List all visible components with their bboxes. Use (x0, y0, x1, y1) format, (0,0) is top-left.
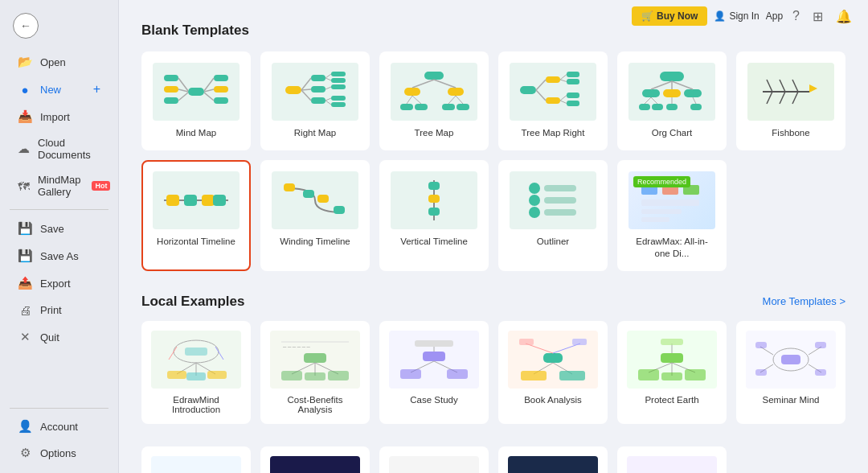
svg-rect-15 (311, 86, 326, 93)
seminar-mind-thumb (746, 331, 836, 389)
svg-rect-130 (543, 353, 563, 363)
svg-line-54 (560, 96, 567, 101)
template-edrawmax[interactable]: Recommended EdrawMax: All-in-one Di... (617, 160, 727, 271)
svg-line-29 (326, 101, 331, 105)
svg-rect-149 (781, 355, 800, 364)
sidebar-item-print[interactable]: 🖨 Print (5, 298, 113, 323)
sidebar-item-import[interactable]: 📥 Import (5, 104, 113, 130)
buy-now-button[interactable]: 🛒 Buy Now (632, 6, 707, 26)
horizontal-timeline-thumb (153, 171, 240, 229)
cost-benefits-thumb: ─ ─ ─ ─ ─ ─ (270, 331, 360, 389)
svg-line-76 (767, 92, 772, 104)
sidebar-saveas-label: Save As (40, 250, 79, 262)
example-bottom-2[interactable] (260, 446, 370, 473)
svg-rect-17 (331, 72, 346, 76)
new-icon: ● (18, 83, 32, 97)
horizontal-timeline-name: Horizontal Timeline (157, 236, 235, 248)
svg-line-78 (792, 92, 798, 104)
saveas-icon: 💾 (18, 249, 32, 263)
bell-button[interactable]: 🔔 (833, 7, 855, 26)
svg-rect-110 (186, 372, 206, 380)
svg-rect-19 (331, 84, 346, 89)
svg-line-112 (169, 347, 177, 360)
svg-rect-56 (660, 72, 684, 81)
svg-rect-60 (639, 104, 650, 110)
example-protect-earth[interactable]: Protect Earth (617, 321, 727, 424)
example-seminar-mind[interactable]: Seminar Mind (736, 321, 845, 424)
help-button[interactable]: ? (789, 7, 803, 25)
svg-rect-30 (424, 72, 444, 80)
cloud-icon: ☁ (18, 142, 30, 156)
seminar-mind-name: Seminar Mind (763, 395, 820, 405)
template-outliner[interactable]: Outliner (498, 160, 608, 271)
svg-rect-84 (284, 183, 295, 191)
template-mind-map[interactable]: Mind Map (141, 51, 251, 150)
cost-benefits-name: Cost-Benefits Analysis (270, 395, 360, 414)
template-winding-timeline[interactable]: Winding Timeline (260, 160, 370, 271)
template-org-chart[interactable]: Org Chart (617, 51, 727, 150)
example-cost-benefits[interactable]: ─ ─ ─ ─ ─ ─ Cost-Benefits Analysis (260, 321, 370, 424)
app-button[interactable]: App (766, 10, 783, 22)
template-vertical-timeline[interactable]: Vertical Timeline (379, 160, 489, 271)
svg-rect-4 (214, 75, 228, 81)
example-bottom-3[interactable] (379, 446, 489, 473)
sign-in-button[interactable]: 👤 Sign In (714, 10, 759, 22)
book-analysis-thumb (508, 331, 598, 389)
svg-rect-103 (641, 217, 669, 222)
svg-line-66 (672, 81, 693, 89)
svg-rect-13 (285, 86, 301, 94)
more-templates-link[interactable]: More Templates > (763, 295, 845, 307)
svg-rect-118 (281, 371, 302, 380)
svg-line-42 (456, 96, 463, 104)
svg-line-37 (412, 80, 434, 88)
template-tree-map[interactable]: Tree Map (379, 51, 489, 150)
template-fishbone[interactable]: Fishbone (736, 51, 845, 150)
svg-marker-71 (809, 84, 817, 93)
svg-rect-43 (520, 86, 536, 94)
example-bottom-1[interactable] (141, 446, 251, 473)
protect-earth-name: Protect Earth (645, 395, 698, 405)
svg-line-50 (536, 80, 546, 90)
svg-point-94 (529, 195, 540, 206)
svg-line-74 (780, 80, 785, 92)
help-icon: ? (792, 9, 800, 23)
svg-rect-35 (442, 104, 455, 110)
example-book-analysis[interactable]: Book Analysis (498, 321, 608, 424)
svg-rect-102 (641, 209, 682, 214)
example-bottom-4[interactable] (498, 446, 608, 473)
sidebar-item-mindmap[interactable]: 🗺 MindMap Gallery Hot (5, 168, 113, 204)
template-right-map[interactable]: Right Map (260, 51, 370, 150)
svg-rect-123 (423, 352, 445, 361)
recommended-badge: Recommended (633, 176, 690, 187)
svg-rect-144 (661, 372, 682, 380)
template-horizontal-timeline[interactable]: Horizontal Timeline (141, 160, 251, 271)
sidebar-item-options[interactable]: ⚙ Options (5, 440, 113, 466)
svg-rect-62 (666, 104, 678, 110)
sidebar-cloud-label: Cloud Documents (38, 137, 100, 161)
template-tree-map-right[interactable]: Tree Map Right (498, 51, 608, 150)
local-examples-grid: EdrawMind Introduction ─ ─ ─ ─ ─ ─ Cost-… (141, 321, 845, 424)
sidebar-item-account[interactable]: 👤 Account (5, 413, 113, 439)
hot-badge: Hot (92, 181, 110, 191)
sidebar-item-new[interactable]: ● New + (5, 76, 113, 102)
sidebar-item-open[interactable]: 📂 Open (5, 49, 113, 75)
sidebar-item-saveas[interactable]: 💾 Save As (5, 243, 113, 269)
sidebar-save-label: Save (40, 223, 64, 235)
svg-rect-95 (544, 197, 576, 204)
right-map-thumb (272, 63, 358, 121)
example-edrawmind-intro[interactable]: EdrawMind Introduction (141, 321, 251, 424)
grid-button[interactable]: ⊞ (809, 7, 826, 26)
back-button[interactable]: ← (13, 13, 39, 39)
svg-line-28 (326, 98, 331, 101)
svg-rect-91 (428, 208, 440, 216)
sidebar-item-cloud[interactable]: ☁ Cloud Documents (5, 131, 113, 167)
outliner-thumb (510, 171, 596, 229)
sidebar-item-export[interactable]: 📤 Export (5, 270, 113, 296)
mind-map-thumb (153, 63, 240, 121)
example-bottom-5[interactable] (617, 446, 727, 473)
sidebar-item-save[interactable]: 💾 Save (5, 216, 113, 241)
sidebar: ← 📂 Open ● New + 📥 Import ☁ Cloud Docume… (0, 0, 119, 473)
sidebar-item-quit[interactable]: ✕ Quit (5, 324, 113, 350)
svg-rect-59 (684, 89, 702, 97)
example-case-study[interactable]: Case Study (379, 321, 489, 424)
